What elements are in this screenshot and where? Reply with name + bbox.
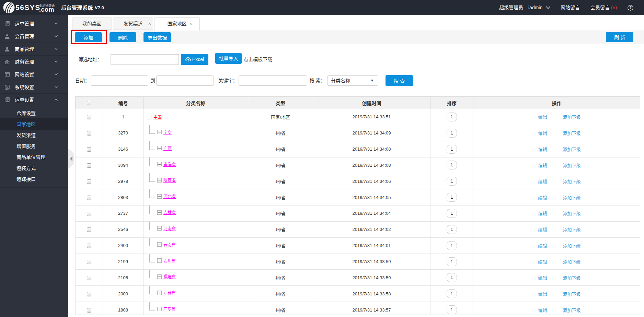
- svg-text:?: ?: [629, 5, 632, 10]
